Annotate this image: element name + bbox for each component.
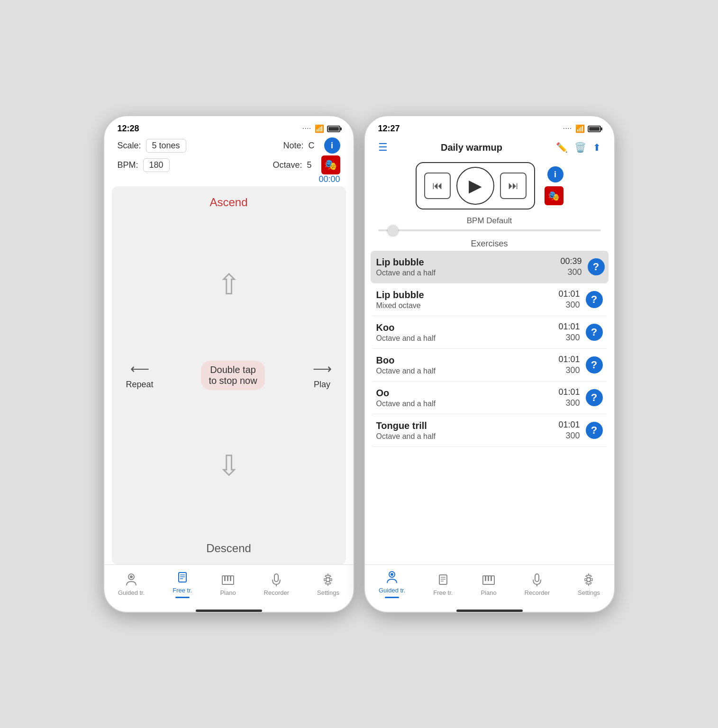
- exercise-bpm-3: 300: [565, 365, 580, 375]
- svg-rect-10: [274, 574, 278, 582]
- bpm-value[interactable]: 180: [143, 158, 170, 172]
- double-tap-hint: Double tapto stop now: [201, 361, 264, 390]
- mask-icon-1[interactable]: 🎭: [321, 155, 340, 174]
- tab-piano-1[interactable]: Piano: [220, 572, 236, 596]
- help-button-5[interactable]: ?: [586, 422, 603, 439]
- arrow-down-icon: ⇩: [217, 452, 241, 480]
- signal-dots-2: ····: [563, 126, 572, 131]
- exercise-time-0: 00:39: [560, 256, 582, 266]
- home-indicator-1: [196, 610, 262, 612]
- tab-free-1[interactable]: Free tr.: [173, 570, 192, 598]
- exercise-sub-1: Mixed octave: [376, 301, 559, 310]
- scale-value[interactable]: 5 tones: [146, 139, 186, 153]
- home-indicator-2: [456, 610, 523, 612]
- exercise-name-0: Lip bubble: [376, 257, 561, 268]
- tab-settings-1[interactable]: Settings: [317, 572, 339, 596]
- octave-label: Octave:: [273, 160, 302, 170]
- bpm-default: BPM Default: [365, 214, 614, 229]
- tab-settings-2[interactable]: Settings: [578, 572, 600, 596]
- prev-button[interactable]: ⏮: [424, 173, 451, 199]
- help-button-2[interactable]: ?: [586, 324, 603, 341]
- practice-area[interactable]: Ascend ⇧ ⟵ Repeat Double tapto stop now …: [112, 186, 346, 564]
- piano-icon-1: [220, 572, 236, 587]
- exercise-meta-4: 01:01 300: [558, 387, 580, 408]
- status-icons-1: ···· 📶: [302, 124, 340, 133]
- next-button[interactable]: ⏭: [500, 173, 527, 199]
- svg-rect-7: [224, 576, 226, 581]
- svg-point-1: [130, 575, 133, 578]
- play-button[interactable]: ⟶ Play: [313, 361, 332, 390]
- timer-display: 00:00: [104, 174, 354, 186]
- battery-icon-2: [588, 126, 601, 132]
- exercise-bpm-4: 300: [565, 398, 580, 408]
- tab-guided-2[interactable]: Guided tr.: [379, 570, 405, 598]
- exercise-meta-5: 01:01 300: [558, 420, 580, 441]
- piano-icon-2: [481, 572, 496, 587]
- mask-icon-2[interactable]: 🎭: [545, 186, 563, 205]
- exercise-item-4[interactable]: Oo Octave and a half 01:01 300 ?: [373, 382, 607, 414]
- exercise-meta-0: 00:39 300: [560, 256, 582, 277]
- help-button-3[interactable]: ?: [586, 356, 603, 373]
- status-bar-2: 12:27 ···· 📶: [365, 116, 614, 137]
- tab-guided-label-2: Guided tr.: [379, 587, 405, 594]
- tab-recorder-label-1: Recorder: [264, 589, 289, 596]
- tab-free-underline-1: [175, 597, 190, 598]
- share-icon[interactable]: ⬆: [593, 142, 601, 153]
- guided-tr-icon-2: [384, 570, 400, 585]
- arrow-up-icon: ⇧: [217, 271, 241, 299]
- exercise-bpm-2: 300: [565, 333, 580, 343]
- svg-rect-22: [491, 576, 492, 581]
- tab-recorder-2[interactable]: Recorder: [525, 572, 550, 596]
- tab-recorder-1[interactable]: Recorder: [264, 572, 289, 596]
- status-icons-2: ···· 📶: [563, 124, 600, 133]
- delete-icon[interactable]: 🗑️: [574, 142, 586, 153]
- tab-guided-underline-2: [385, 597, 399, 598]
- help-button-4[interactable]: ?: [586, 389, 603, 406]
- exercise-sub-2: Octave and a half: [376, 334, 559, 343]
- exercise-item-2[interactable]: Koo Octave and a half 01:01 300 ?: [373, 316, 607, 349]
- info-button-2[interactable]: i: [547, 166, 563, 182]
- exercise-bpm-5: 300: [565, 431, 580, 441]
- svg-rect-20: [485, 576, 486, 581]
- settings-icon-1: [320, 572, 336, 587]
- status-time-2: 12:27: [378, 124, 400, 134]
- recorder-icon-2: [529, 572, 545, 587]
- exercise-name-3: Boo: [376, 355, 559, 366]
- exercise-bpm-0: 300: [567, 267, 582, 277]
- tab-guided-1[interactable]: Guided tr.: [118, 572, 145, 596]
- exercise-item-1[interactable]: Lip bubble Mixed octave 01:01 300 ?: [373, 283, 607, 316]
- exercise-sub-4: Octave and a half: [376, 400, 559, 408]
- tab-piano-label-1: Piano: [220, 589, 236, 596]
- svg-rect-23: [535, 574, 539, 582]
- exercise-time-4: 01:01: [558, 387, 580, 397]
- repeat-button[interactable]: ⟵ Repeat: [126, 361, 154, 390]
- exercise-item-0[interactable]: Lip bubble Octave and a half 00:39 300 ?: [371, 251, 609, 283]
- play-arrow-icon: ⟶: [313, 361, 332, 377]
- ascend-label: Ascend: [209, 196, 247, 209]
- help-button-0[interactable]: ?: [588, 258, 605, 275]
- header-row1: Scale: 5 tones Note: C i: [104, 137, 354, 154]
- exercise-sub-5: Octave and a half: [376, 432, 559, 441]
- edit-icon[interactable]: ✏️: [556, 142, 568, 153]
- bpm-slider[interactable]: [365, 229, 614, 235]
- tab-free-2[interactable]: Free tr.: [433, 572, 453, 596]
- exercise-item-3[interactable]: Boo Octave and a half 01:01 300 ?: [373, 349, 607, 382]
- note-label: Note:: [283, 141, 303, 151]
- tab-piano-2[interactable]: Piano: [481, 572, 496, 596]
- nav-title: Daily warmup: [388, 142, 556, 153]
- slider-thumb[interactable]: [388, 225, 398, 236]
- player-controls: ⏮ ▶ ⏭: [416, 162, 535, 209]
- exercise-item-5[interactable]: Tongue trill Octave and a half 01:01 300…: [373, 414, 607, 447]
- hamburger-menu-icon[interactable]: ☰: [378, 141, 388, 154]
- tab-free-label-2: Free tr.: [433, 589, 453, 596]
- help-button-1[interactable]: ?: [586, 291, 603, 308]
- battery-icon-1: [327, 126, 340, 132]
- exercise-info-1: Lip bubble Mixed octave: [376, 290, 559, 310]
- exercise-name-1: Lip bubble: [376, 290, 559, 300]
- play-pause-button[interactable]: ▶: [456, 167, 494, 205]
- exercise-meta-2: 01:01 300: [558, 322, 580, 343]
- middle-controls: ⟵ Repeat Double tapto stop now ⟶ Play: [117, 361, 341, 390]
- exercise-list: Lip bubble Octave and a half 00:39 300 ?…: [365, 251, 614, 564]
- info-button-1[interactable]: i: [324, 137, 340, 154]
- exercise-info-2: Koo Octave and a half: [376, 322, 559, 343]
